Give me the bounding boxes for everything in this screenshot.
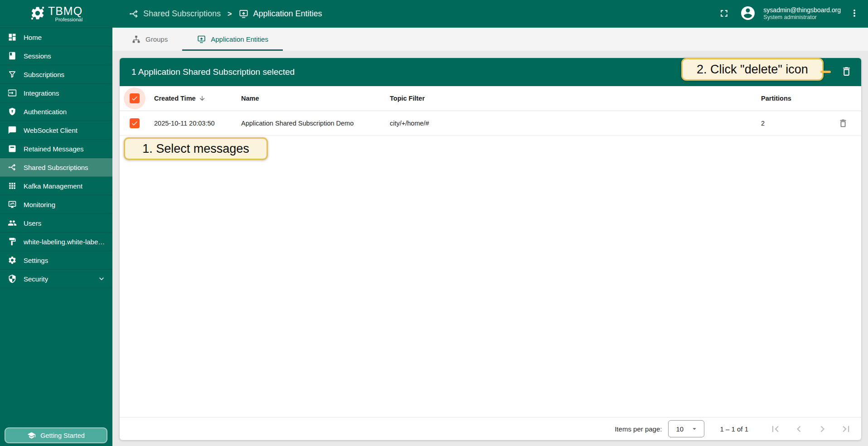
- caret-down-icon: [690, 425, 698, 433]
- entities-table-card: 1 Application Shared Subscription select…: [120, 58, 861, 440]
- fullscreen-icon: [718, 8, 730, 20]
- user-avatar[interactable]: [738, 3, 758, 24]
- tab-label: Application Entities: [211, 35, 268, 43]
- table-header-row: Created Time Name Topic Filter Partition…: [120, 86, 861, 111]
- first-page-button[interactable]: [768, 422, 782, 436]
- annotation-connector: [820, 71, 831, 73]
- chevron-right-icon: [816, 423, 829, 435]
- sidebar-item-sessions[interactable]: Sessions: [0, 47, 112, 65]
- users-group-icon: [8, 218, 17, 228]
- sidebar-item-settings[interactable]: Settings: [0, 251, 112, 270]
- last-page-button[interactable]: [839, 422, 853, 436]
- school-icon: [27, 431, 36, 440]
- more-menu-button[interactable]: [847, 6, 862, 22]
- sidebar-item-label: Integrations: [24, 89, 59, 97]
- sidebar-item-kafka-management[interactable]: Kafka Management: [0, 177, 112, 195]
- sidebar-item-label: Kafka Management: [24, 182, 82, 190]
- sidebar-item-security[interactable]: Security: [0, 270, 112, 288]
- column-header-name[interactable]: Name: [241, 95, 259, 102]
- check-icon: [131, 120, 138, 127]
- sitemap-icon: [131, 34, 141, 44]
- sidebar-item-home[interactable]: Home: [0, 28, 112, 47]
- select-all-checkbox[interactable]: [130, 93, 140, 103]
- sidebar-item-label: Security: [24, 275, 48, 283]
- table-row[interactable]: 2025-10-11 20:03:50Application Shared Su…: [120, 111, 861, 136]
- app-entity-icon: [238, 9, 249, 19]
- archive-icon: [8, 144, 17, 153]
- tab-groups[interactable]: Groups: [117, 28, 182, 51]
- tab-bar: Groups Application Entities: [112, 28, 868, 51]
- first-page-icon: [769, 423, 781, 435]
- chevron-left-icon: [793, 423, 805, 435]
- logo-subtitle: Professional: [48, 17, 82, 22]
- check-icon: [131, 95, 138, 102]
- input-icon: [8, 88, 17, 97]
- cell-created-time: 2025-10-11 20:03:50: [154, 120, 215, 127]
- table-body: 2025-10-11 20:03:50Application Shared Su…: [120, 111, 861, 136]
- sidebar-item-label: Authentication: [24, 108, 67, 116]
- paginator: Items per page: 10 1 – 1 of 1: [120, 417, 861, 440]
- sidebar-item-label: Shared Subscriptions: [24, 164, 88, 171]
- column-header-partitions[interactable]: Partitions: [761, 95, 791, 102]
- breadcrumb-separator: >: [228, 10, 232, 18]
- app-entity-icon: [197, 34, 206, 44]
- sidebar-item-label: WebSocket Client: [24, 126, 78, 134]
- sidebar-item-shared-subscriptions[interactable]: Shared Subscriptions: [0, 158, 112, 177]
- delete-icon: [841, 66, 852, 78]
- chevron-down-icon: [97, 274, 106, 283]
- column-header-created-time[interactable]: Created Time: [154, 95, 196, 102]
- page-range-label: 1 – 1 of 1: [720, 425, 748, 433]
- sidebar-item-label: Home: [24, 34, 42, 41]
- delete-selected-button[interactable]: [839, 64, 854, 80]
- user-info: sysadmin@thingsboard.org System administ…: [763, 6, 841, 21]
- account-circle-icon: [740, 5, 756, 23]
- branch-icon: [129, 9, 139, 19]
- annotation-step2: 2. Click "delete" icon: [681, 58, 824, 81]
- dashboard-icon: [8, 33, 17, 42]
- annotation-step1: 1. Select messages: [124, 137, 268, 160]
- row-checkbox[interactable]: [130, 118, 140, 128]
- more-vert-icon: [849, 8, 860, 20]
- tbmq-logo-icon: [30, 5, 45, 23]
- sidebar-item-users[interactable]: Users: [0, 214, 112, 233]
- annotation-step2-label: 2. Click "delete" icon: [697, 63, 808, 77]
- book-icon: [8, 51, 17, 60]
- sort-desc-icon[interactable]: [199, 95, 206, 102]
- sidebar-item-label: Users: [24, 219, 41, 227]
- breadcrumb-application-entities: Application Entities: [238, 9, 322, 19]
- next-page-button[interactable]: [815, 422, 829, 436]
- sidebar: HomeSessionsSubscriptionsIntegrationsAut…: [0, 28, 112, 446]
- tab-label: Groups: [145, 35, 168, 43]
- selection-count-label: 1 Application Shared Subscription select…: [131, 67, 295, 77]
- delete-icon: [838, 118, 848, 128]
- select-all-ripple: [124, 87, 145, 109]
- column-header-topic-filter[interactable]: Topic Filter: [390, 95, 425, 102]
- sidebar-item-white-labeling[interactable]: white-labeling.white-labeli…: [0, 233, 112, 251]
- user-role: System administrator: [763, 14, 841, 21]
- fullscreen-button[interactable]: [717, 6, 732, 22]
- getting-started-button[interactable]: Getting Started: [5, 427, 107, 443]
- previous-page-button[interactable]: [792, 422, 806, 436]
- auth-shield-icon: [8, 107, 17, 116]
- sidebar-item-retained-messages[interactable]: Retained Messages: [0, 140, 112, 158]
- sidebar-item-label: Monitoring: [24, 201, 55, 208]
- branch-icon: [8, 163, 17, 172]
- sidebar-item-label: Sessions: [24, 52, 51, 60]
- breadcrumb-label: Application Entities: [253, 9, 322, 19]
- sidebar-item-websocket-client[interactable]: WebSocket Client: [0, 121, 112, 140]
- cell-name: Application Shared Subscription Demo: [241, 120, 354, 127]
- breadcrumb-label: Shared Subscriptions: [143, 9, 221, 19]
- sidebar-item-authentication[interactable]: Authentication: [0, 102, 112, 121]
- items-per-page-select[interactable]: 10: [668, 420, 704, 437]
- tab-application-entities[interactable]: Application Entities: [182, 28, 283, 51]
- chat-icon: [8, 126, 17, 135]
- row-delete-button[interactable]: [836, 116, 850, 130]
- sidebar-item-integrations[interactable]: Integrations: [0, 84, 112, 102]
- sidebar-item-subscriptions[interactable]: Subscriptions: [0, 65, 112, 84]
- tbmq-logo[interactable]: TBMQ Professional: [0, 5, 112, 23]
- breadcrumb-shared-subscriptions[interactable]: Shared Subscriptions: [129, 9, 221, 19]
- gear-icon: [8, 256, 17, 265]
- getting-started-label: Getting Started: [40, 432, 85, 439]
- sidebar-item-monitoring[interactable]: Monitoring: [0, 195, 112, 214]
- last-page-icon: [840, 423, 852, 435]
